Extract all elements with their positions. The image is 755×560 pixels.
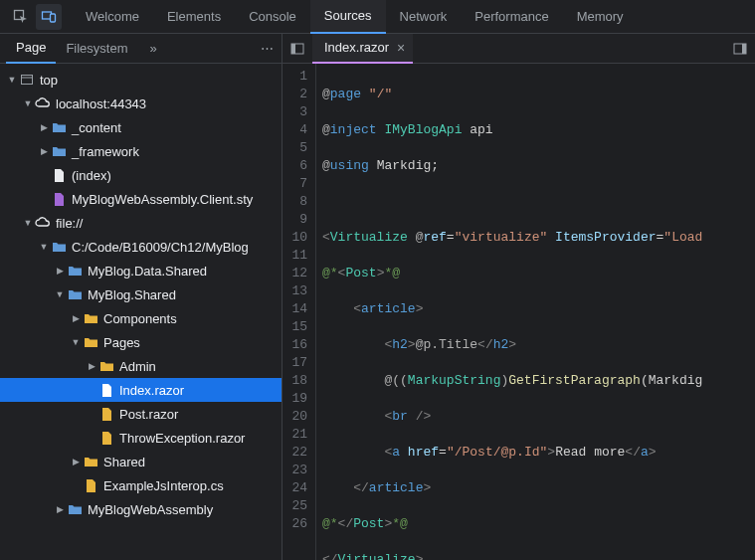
tree-label: Index.razor bbox=[119, 383, 184, 398]
tree-shared-folder[interactable]: ▶ Shared bbox=[0, 450, 282, 473]
folder-icon bbox=[66, 262, 84, 280]
tree-pages[interactable]: ▼ Pages bbox=[0, 330, 282, 354]
script-icon bbox=[82, 476, 99, 494]
tree-label: ThrowException.razor bbox=[119, 431, 245, 446]
line-gutter: 1234567891011121314151617181920212223242… bbox=[283, 64, 316, 560]
tree-label: localhost:44343 bbox=[56, 96, 146, 111]
chevron-right-icon: ▶ bbox=[86, 361, 97, 371]
device-toolbar-button[interactable] bbox=[36, 4, 62, 30]
stylesheet-icon bbox=[50, 190, 68, 208]
show-debugger-button[interactable] bbox=[725, 41, 755, 57]
devtools-tab-bar: Welcome Elements Console Sources Network… bbox=[0, 0, 755, 34]
sources-sidebar: Page Filesystem » ⋯ ▼ top ▼ localhost:44… bbox=[0, 34, 283, 560]
document-icon bbox=[97, 381, 115, 399]
editor-tab-bar: Index.razor × bbox=[283, 34, 755, 64]
chevron-right-icon: ▶ bbox=[54, 504, 66, 514]
tree-label: file:// bbox=[56, 216, 83, 231]
tree-top[interactable]: ▼ top bbox=[0, 68, 282, 92]
code-editor[interactable]: 1234567891011121314151617181920212223242… bbox=[283, 64, 755, 560]
chevron-right-icon: ▶ bbox=[70, 313, 82, 323]
file-tree: ▼ top ▼ localhost:44343 ▶ _content ▶ _fr… bbox=[0, 64, 282, 560]
show-navigator-button[interactable] bbox=[283, 41, 312, 57]
tree-label: Post.razor bbox=[119, 407, 178, 422]
tree-file-scheme[interactable]: ▼ file:// bbox=[0, 211, 282, 235]
cloud-icon bbox=[34, 94, 52, 112]
tree-path[interactable]: ▼ C:/Code/B16009/Ch12/MyBlog bbox=[0, 235, 282, 259]
tree-js-interop[interactable]: ExampleJsInterop.cs bbox=[0, 473, 282, 497]
chevron-right-icon: ▶ bbox=[38, 122, 50, 132]
tab-elements[interactable]: Elements bbox=[153, 0, 235, 34]
tree-admin[interactable]: ▶ Admin bbox=[0, 354, 282, 378]
folder-icon bbox=[66, 500, 84, 518]
folder-icon bbox=[66, 285, 84, 303]
tree-index[interactable]: (index) bbox=[0, 163, 282, 187]
cloud-icon bbox=[34, 214, 52, 232]
tab-welcome[interactable]: Welcome bbox=[72, 0, 153, 34]
editor-tab-index-razor[interactable]: Index.razor × bbox=[312, 34, 413, 64]
sidebar-tab-page[interactable]: Page bbox=[6, 34, 56, 64]
tab-sources[interactable]: Sources bbox=[310, 0, 386, 34]
tree-shared[interactable]: ▼ MyBlog.Shared bbox=[0, 282, 282, 306]
tree-label: (index) bbox=[72, 168, 111, 183]
chevron-down-icon: ▼ bbox=[38, 242, 50, 252]
folder-icon bbox=[82, 453, 99, 470]
kebab-menu-icon[interactable]: ⋯ bbox=[261, 41, 274, 56]
tab-network[interactable]: Network bbox=[386, 0, 462, 34]
more-tabs-icon[interactable]: » bbox=[142, 41, 165, 56]
script-icon bbox=[97, 405, 115, 423]
tab-console[interactable]: Console bbox=[235, 0, 310, 34]
editor-pane: Index.razor × 12345678910111213141516171… bbox=[283, 34, 755, 560]
svg-rect-2 bbox=[51, 14, 56, 22]
chevron-right-icon: ▶ bbox=[70, 457, 82, 467]
chevron-down-icon: ▼ bbox=[22, 98, 34, 108]
close-icon[interactable]: × bbox=[397, 40, 405, 56]
tree-label: Components bbox=[103, 311, 177, 326]
svg-rect-6 bbox=[291, 44, 295, 54]
folder-icon bbox=[50, 142, 68, 160]
svg-rect-8 bbox=[742, 44, 746, 54]
tree-content[interactable]: ▶ _content bbox=[0, 115, 282, 139]
tab-memory[interactable]: Memory bbox=[563, 0, 638, 34]
chevron-right-icon: ▶ bbox=[38, 146, 50, 156]
tree-label: MyBlog.Shared bbox=[88, 287, 176, 302]
folder-icon bbox=[97, 357, 115, 375]
tree-webassembly[interactable]: ▶ MyBlogWebAssembly bbox=[0, 497, 282, 521]
tree-label: _content bbox=[72, 120, 121, 135]
tree-label: ExampleJsInterop.cs bbox=[103, 478, 224, 493]
tree-label: Admin bbox=[119, 359, 156, 374]
frame-icon bbox=[18, 71, 36, 89]
code-content: @page @page "/""/" @inject IMyBlogApi ap… bbox=[316, 64, 755, 560]
sidebar-tab-filesystem[interactable]: Filesystem bbox=[56, 34, 137, 64]
chevron-down-icon: ▼ bbox=[6, 75, 18, 85]
document-icon bbox=[50, 166, 68, 184]
tree-label: Pages bbox=[103, 335, 140, 350]
folder-icon bbox=[50, 238, 68, 256]
tree-components[interactable]: ▶ Components bbox=[0, 306, 282, 330]
sidebar-tab-bar: Page Filesystem » ⋯ bbox=[0, 34, 282, 64]
inspect-element-button[interactable] bbox=[8, 4, 34, 30]
tree-label: _framework bbox=[72, 144, 139, 159]
tree-label: Shared bbox=[103, 455, 145, 469]
folder-icon bbox=[82, 309, 99, 327]
tab-performance[interactable]: Performance bbox=[461, 0, 562, 34]
tree-throw-razor[interactable]: ThrowException.razor bbox=[0, 426, 282, 450]
script-icon bbox=[97, 429, 115, 447]
folder-icon bbox=[82, 333, 99, 351]
tree-localhost[interactable]: ▼ localhost:44343 bbox=[0, 92, 282, 115]
tree-label: MyBlogWebAssembly bbox=[88, 502, 213, 517]
svg-rect-3 bbox=[22, 76, 33, 85]
editor-tab-label: Index.razor bbox=[324, 40, 389, 55]
tree-label: MyBlogWebAssembly.Client.sty bbox=[72, 192, 253, 207]
tree-framework[interactable]: ▶ _framework bbox=[0, 139, 282, 163]
tree-label: MyBlog.Data.Shared bbox=[88, 264, 207, 279]
tree-post-razor[interactable]: Post.razor bbox=[0, 402, 282, 426]
tree-data-shared[interactable]: ▶ MyBlog.Data.Shared bbox=[0, 259, 282, 282]
tree-label: top bbox=[40, 73, 58, 88]
chevron-down-icon: ▼ bbox=[54, 289, 66, 299]
chevron-down-icon: ▼ bbox=[70, 337, 82, 347]
chevron-right-icon: ▶ bbox=[54, 266, 66, 276]
tree-index-razor[interactable]: Index.razor bbox=[0, 378, 282, 402]
tree-client-styles[interactable]: MyBlogWebAssembly.Client.sty bbox=[0, 187, 282, 211]
tree-label: C:/Code/B16009/Ch12/MyBlog bbox=[72, 240, 249, 255]
chevron-down-icon: ▼ bbox=[22, 218, 34, 228]
